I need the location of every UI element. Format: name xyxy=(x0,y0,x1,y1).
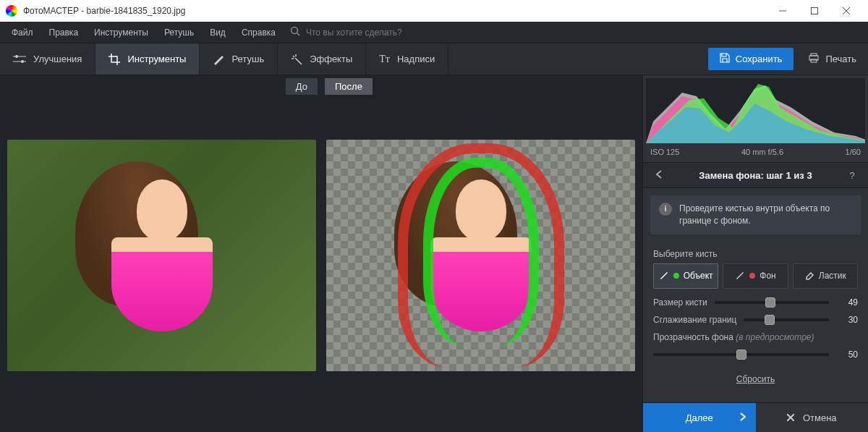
print-button[interactable]: Печать xyxy=(796,43,868,75)
shutter-value: 1/60 xyxy=(846,148,861,156)
menu-tools[interactable]: Инструменты xyxy=(87,25,156,41)
tab-retouch[interactable]: Ретушь xyxy=(200,43,278,75)
toolbar: Улучшения Инструменты Ретушь Эффекты Tт … xyxy=(0,43,868,75)
choose-brush-label: Выберите кисть xyxy=(653,249,858,259)
slider-opacity-track[interactable] xyxy=(653,353,829,356)
object-stroke xyxy=(423,157,539,345)
save-button[interactable]: Сохранить xyxy=(708,48,794,70)
print-icon xyxy=(808,53,820,65)
cancel-button[interactable]: Отмена xyxy=(756,403,869,432)
step-title: Замена фона: шаг 1 из 3 xyxy=(668,170,843,181)
svg-rect-1 xyxy=(812,8,818,14)
brush-icon xyxy=(213,54,224,65)
brush-background[interactable]: Фон xyxy=(723,263,788,289)
svg-line-5 xyxy=(297,33,299,36)
wand-icon xyxy=(291,54,302,65)
brush-object[interactable]: Объект xyxy=(653,263,718,289)
crop-icon xyxy=(109,54,120,65)
slider-feather[interactable]: Сглаживание границ 30 xyxy=(653,315,858,325)
tab-text[interactable]: Tт Надписи xyxy=(366,43,448,75)
back-button[interactable] xyxy=(650,170,668,181)
canvas-area: До После xyxy=(0,75,642,432)
menu-help[interactable]: Справка xyxy=(234,25,283,41)
menu-edit[interactable]: Правка xyxy=(42,25,86,41)
close-button[interactable] xyxy=(830,0,862,22)
save-icon xyxy=(720,53,730,65)
tab-tools[interactable]: Инструменты xyxy=(95,43,200,75)
hint-text: Проведите кистью внутри объекта по грани… xyxy=(679,203,852,227)
slider-feather-track[interactable] xyxy=(744,318,829,321)
slider-opacity-value: 50 xyxy=(836,350,858,360)
maximize-button[interactable] xyxy=(799,0,830,22)
next-button[interactable]: Далее xyxy=(643,403,756,432)
after-image[interactable] xyxy=(326,140,635,371)
help-button[interactable]: ? xyxy=(843,170,861,181)
reset-link[interactable]: Сбросить xyxy=(653,367,858,394)
tab-label: Улучшения xyxy=(33,54,82,64)
histogram xyxy=(646,78,865,143)
lens-value: 40 mm f/5.6 xyxy=(741,148,783,156)
after-label: После xyxy=(325,78,373,95)
search-placeholder[interactable]: Что вы хотите сделать? xyxy=(306,27,402,38)
slider-feather-value: 30 xyxy=(836,315,858,325)
slider-size-track[interactable] xyxy=(715,301,829,304)
before-image[interactable] xyxy=(7,140,316,371)
iso-value: ISO 125 xyxy=(650,148,679,156)
tab-label: Инструменты xyxy=(127,54,186,64)
tab-effects[interactable]: Эффекты xyxy=(278,43,366,75)
menu-retouch[interactable]: Ретушь xyxy=(157,25,201,41)
tab-label: Эффекты xyxy=(310,54,352,64)
svg-point-9 xyxy=(21,60,24,63)
before-panel: До xyxy=(4,75,319,428)
search-icon xyxy=(290,26,300,38)
slider-size[interactable]: Размер кисти 49 xyxy=(653,297,858,308)
menu-file[interactable]: Файл xyxy=(4,25,41,41)
slider-size-value: 49 xyxy=(836,297,858,308)
tab-enhance[interactable]: Улучшения xyxy=(0,43,95,75)
sidebar: ISO 125 40 mm f/5.6 1/60 Замена фона: ша… xyxy=(642,75,868,432)
svg-rect-11 xyxy=(811,54,817,56)
app-icon xyxy=(6,5,17,17)
exif-info: ISO 125 40 mm f/5.6 1/60 xyxy=(643,146,868,162)
brush-object-icon xyxy=(659,270,669,282)
menu-view[interactable]: Вид xyxy=(203,25,233,41)
close-icon xyxy=(787,412,794,423)
after-panel: После xyxy=(323,75,638,428)
tab-label: Ретушь xyxy=(231,54,264,64)
menu-bar: Файл Правка Инструменты Ретушь Вид Справ… xyxy=(0,22,868,43)
app-title: ФотоМАСТЕР - barbie-1841835_1920.jpg xyxy=(23,6,185,16)
chevron-right-icon xyxy=(740,412,746,423)
svg-point-4 xyxy=(291,27,297,34)
green-dot-icon xyxy=(673,273,679,279)
opacity-label: Прозрачность фона (в предпросмотре) xyxy=(653,332,858,342)
tab-label: Надписи xyxy=(397,54,435,64)
title-bar: ФотоМАСТЕР - barbie-1841835_1920.jpg xyxy=(0,0,868,22)
info-icon: i xyxy=(659,203,672,216)
eraser-icon xyxy=(804,270,814,282)
step-header: Замена фона: шаг 1 из 3 ? xyxy=(643,162,868,188)
brush-eraser[interactable]: Ластик xyxy=(793,263,858,289)
svg-point-7 xyxy=(15,55,18,58)
sliders-icon xyxy=(13,54,26,64)
minimize-button[interactable] xyxy=(767,0,799,22)
red-dot-icon xyxy=(749,273,755,279)
brush-bg-icon xyxy=(735,270,745,282)
hint-box: i Проведите кистью внутри объекта по гра… xyxy=(650,195,861,234)
text-icon: Tт xyxy=(379,54,390,65)
before-label: До xyxy=(286,78,318,95)
slider-opacity[interactable]: 50 xyxy=(653,350,858,360)
